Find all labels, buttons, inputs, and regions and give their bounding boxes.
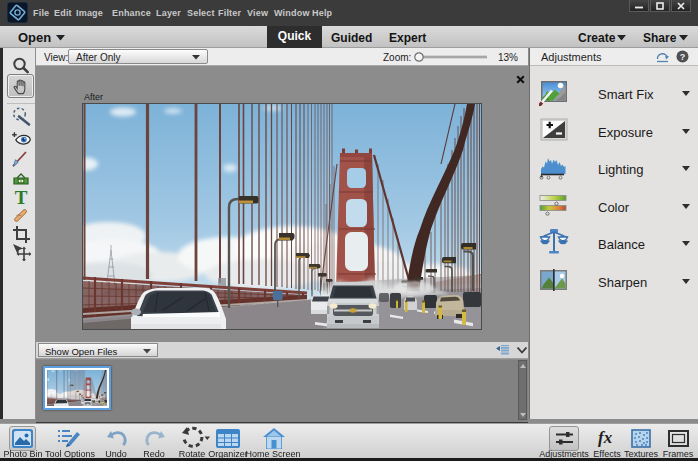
- svg-text:?: ?: [680, 52, 686, 62]
